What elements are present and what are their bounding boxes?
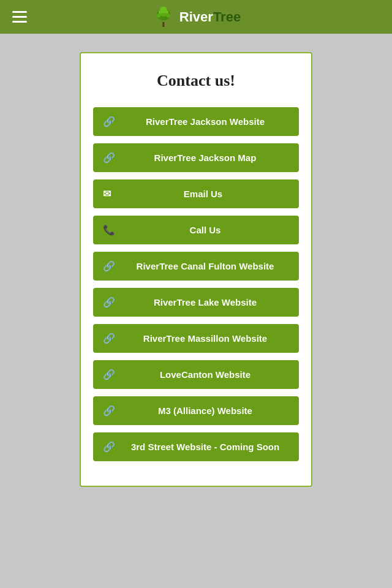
m3-alliance-website-button[interactable]: M3 (Alliance) Website	[93, 396, 299, 425]
svg-point-7	[165, 10, 168, 13]
rivertree-jackson-map-button[interactable]: RiverTree Jackson Map	[93, 143, 299, 172]
svg-point-6	[159, 10, 162, 13]
contact-card: Contact us! RiverTree Jackson Website Ri…	[80, 52, 312, 487]
3rd-street-website-button[interactable]: 3rd Street Website - Coming Soon	[93, 432, 299, 461]
header: RiverTree	[0, 0, 392, 34]
hamburger-line-2	[12, 16, 27, 18]
link-icon-jackson-map	[103, 152, 115, 164]
main-content: Contact us! RiverTree Jackson Website Ri…	[0, 34, 392, 588]
svg-point-5	[167, 13, 170, 17]
link-icon-m3	[103, 405, 115, 417]
logo: RiverTree	[151, 5, 241, 29]
call-us-button[interactable]: Call Us	[93, 216, 299, 244]
link-icon-lovecanton	[103, 369, 115, 380]
logo-river-text: River	[179, 9, 213, 24]
rivertree-lake-website-button[interactable]: RiverTree Lake Website	[93, 288, 299, 317]
logo-text: RiverTree	[179, 9, 241, 25]
rivertree-jackson-website-button[interactable]: RiverTree Jackson Website	[93, 107, 299, 136]
link-icon-3rd-street	[103, 441, 115, 453]
rivertree-canal-fulton-website-button[interactable]: RiverTree Canal Fulton Website	[93, 252, 299, 281]
rivertree-lake-website-label: RiverTree Lake Website	[121, 297, 289, 307]
rivertree-massillon-website-button[interactable]: RiverTree Massillon Website	[93, 324, 299, 353]
logo-tree-text: Tree	[213, 9, 241, 24]
email-us-label: Email Us	[117, 189, 289, 199]
card-title: Contact us!	[157, 72, 235, 90]
lovecanton-website-label: LoveCanton Website	[121, 369, 289, 380]
rivertree-canal-fulton-website-label: RiverTree Canal Fulton Website	[121, 261, 289, 271]
logo-tree-icon	[151, 5, 176, 29]
link-icon-massillon	[103, 333, 115, 344]
svg-point-4	[157, 13, 160, 17]
m3-alliance-website-label: M3 (Alliance) Website	[121, 405, 289, 416]
buttons-list: RiverTree Jackson Website RiverTree Jack…	[93, 107, 299, 461]
phone-icon	[103, 224, 115, 236]
call-us-label: Call Us	[121, 225, 289, 235]
svg-rect-0	[162, 22, 164, 27]
rivertree-jackson-website-label: RiverTree Jackson Website	[121, 116, 289, 127]
hamburger-line-1	[12, 11, 27, 13]
rivertree-jackson-map-label: RiverTree Jackson Map	[121, 153, 289, 163]
link-icon-lake	[103, 296, 115, 308]
email-icon	[103, 188, 111, 200]
link-icon-canal-fulton	[103, 260, 115, 272]
hamburger-line-3	[12, 21, 27, 23]
3rd-street-website-label: 3rd Street Website - Coming Soon	[121, 442, 289, 452]
hamburger-menu-button[interactable]	[10, 9, 29, 25]
link-icon-jackson-website	[103, 116, 115, 127]
email-us-button[interactable]: Email Us	[93, 179, 299, 208]
lovecanton-website-button[interactable]: LoveCanton Website	[93, 360, 299, 389]
rivertree-massillon-website-label: RiverTree Massillon Website	[121, 333, 289, 344]
